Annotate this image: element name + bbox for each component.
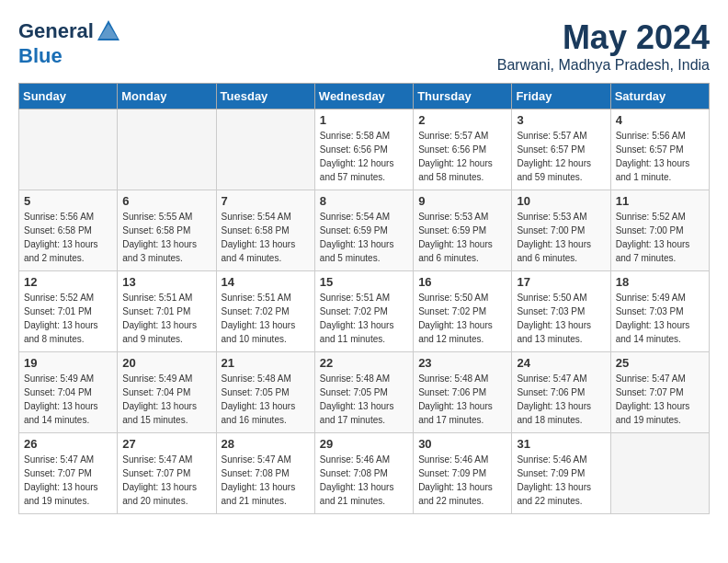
day-number: 1	[320, 113, 408, 127]
page-header: General Blue May 2024 Barwani, Madhya Pr…	[18, 18, 710, 74]
location-title: Barwani, Madhya Pradesh, India	[497, 57, 710, 74]
day-number: 13	[122, 275, 210, 289]
calendar-week-row: 12Sunrise: 5:52 AM Sunset: 7:01 PM Dayli…	[19, 271, 710, 352]
day-info: Sunrise: 5:57 AM Sunset: 6:56 PM Dayligh…	[418, 129, 506, 184]
weekday-header-tuesday: Tuesday	[216, 84, 314, 109]
day-number: 6	[122, 194, 210, 208]
weekday-header-saturday: Saturday	[610, 84, 709, 109]
day-number: 23	[418, 356, 506, 370]
day-info: Sunrise: 5:56 AM Sunset: 6:58 PM Dayligh…	[24, 210, 112, 265]
calendar-cell: 27Sunrise: 5:47 AM Sunset: 7:07 PM Dayli…	[118, 433, 216, 514]
weekday-header-row: SundayMondayTuesdayWednesdayThursdayFrid…	[19, 84, 710, 109]
day-number: 22	[320, 356, 408, 370]
day-number: 21	[222, 356, 310, 370]
calendar-cell: 29Sunrise: 5:46 AM Sunset: 7:08 PM Dayli…	[314, 433, 413, 514]
calendar-cell: 8Sunrise: 5:54 AM Sunset: 6:59 PM Daylig…	[314, 190, 413, 271]
day-info: Sunrise: 5:48 AM Sunset: 7:05 PM Dayligh…	[320, 372, 408, 427]
day-info: Sunrise: 5:49 AM Sunset: 7:04 PM Dayligh…	[24, 372, 112, 427]
calendar-cell: 9Sunrise: 5:53 AM Sunset: 6:59 PM Daylig…	[414, 190, 512, 271]
calendar-cell: 30Sunrise: 5:46 AM Sunset: 7:09 PM Dayli…	[414, 433, 512, 514]
day-number: 5	[24, 194, 112, 208]
day-info: Sunrise: 5:47 AM Sunset: 7:06 PM Dayligh…	[517, 372, 605, 427]
day-info: Sunrise: 5:58 AM Sunset: 6:56 PM Dayligh…	[320, 129, 408, 184]
day-info: Sunrise: 5:50 AM Sunset: 7:03 PM Dayligh…	[517, 291, 605, 346]
calendar-cell: 3Sunrise: 5:57 AM Sunset: 6:57 PM Daylig…	[512, 109, 610, 190]
day-info: Sunrise: 5:47 AM Sunset: 7:07 PM Dayligh…	[122, 453, 210, 508]
svg-marker-1	[99, 24, 118, 39]
logo-general-text: General	[18, 19, 94, 43]
day-info: Sunrise: 5:46 AM Sunset: 7:09 PM Dayligh…	[517, 453, 605, 508]
calendar-week-row: 1Sunrise: 5:58 AM Sunset: 6:56 PM Daylig…	[19, 109, 710, 190]
day-info: Sunrise: 5:52 AM Sunset: 7:00 PM Dayligh…	[616, 210, 704, 265]
day-number: 26	[24, 437, 112, 451]
calendar-cell: 28Sunrise: 5:47 AM Sunset: 7:08 PM Dayli…	[216, 433, 314, 514]
day-info: Sunrise: 5:47 AM Sunset: 7:07 PM Dayligh…	[616, 372, 704, 427]
calendar-table: SundayMondayTuesdayWednesdayThursdayFrid…	[18, 83, 710, 514]
day-info: Sunrise: 5:54 AM Sunset: 6:58 PM Dayligh…	[222, 210, 310, 265]
calendar-cell: 2Sunrise: 5:57 AM Sunset: 6:56 PM Daylig…	[414, 109, 512, 190]
day-info: Sunrise: 5:51 AM Sunset: 7:01 PM Dayligh…	[122, 291, 210, 346]
calendar-cell: 18Sunrise: 5:49 AM Sunset: 7:03 PM Dayli…	[610, 271, 709, 352]
calendar-week-row: 19Sunrise: 5:49 AM Sunset: 7:04 PM Dayli…	[19, 352, 710, 433]
day-number: 19	[24, 356, 112, 370]
day-number: 10	[517, 194, 605, 208]
calendar-cell: 17Sunrise: 5:50 AM Sunset: 7:03 PM Dayli…	[512, 271, 610, 352]
weekday-header-friday: Friday	[512, 84, 610, 109]
calendar-cell: 25Sunrise: 5:47 AM Sunset: 7:07 PM Dayli…	[610, 352, 709, 433]
day-number: 14	[222, 275, 310, 289]
day-number: 3	[517, 113, 605, 127]
logo-icon	[96, 18, 121, 44]
day-number: 16	[418, 275, 506, 289]
day-info: Sunrise: 5:57 AM Sunset: 6:57 PM Dayligh…	[517, 129, 605, 184]
day-number: 4	[616, 113, 704, 127]
day-info: Sunrise: 5:51 AM Sunset: 7:02 PM Dayligh…	[320, 291, 408, 346]
calendar-cell	[610, 433, 709, 514]
day-number: 25	[616, 356, 704, 370]
calendar-cell: 13Sunrise: 5:51 AM Sunset: 7:01 PM Dayli…	[118, 271, 216, 352]
calendar-cell	[216, 109, 314, 190]
calendar-cell: 1Sunrise: 5:58 AM Sunset: 6:56 PM Daylig…	[314, 109, 413, 190]
calendar-cell: 16Sunrise: 5:50 AM Sunset: 7:02 PM Dayli…	[414, 271, 512, 352]
calendar-cell: 5Sunrise: 5:56 AM Sunset: 6:58 PM Daylig…	[19, 190, 118, 271]
calendar-cell: 11Sunrise: 5:52 AM Sunset: 7:00 PM Dayli…	[610, 190, 709, 271]
day-number: 8	[320, 194, 408, 208]
day-info: Sunrise: 5:49 AM Sunset: 7:04 PM Dayligh…	[122, 372, 210, 427]
calendar-cell: 24Sunrise: 5:47 AM Sunset: 7:06 PM Dayli…	[512, 352, 610, 433]
day-number: 27	[122, 437, 210, 451]
day-number: 30	[418, 437, 506, 451]
weekday-header-monday: Monday	[118, 84, 216, 109]
day-number: 17	[517, 275, 605, 289]
logo-blue-text: Blue	[18, 44, 63, 68]
day-info: Sunrise: 5:50 AM Sunset: 7:02 PM Dayligh…	[418, 291, 506, 346]
month-title: May 2024	[497, 18, 710, 57]
calendar-week-row: 5Sunrise: 5:56 AM Sunset: 6:58 PM Daylig…	[19, 190, 710, 271]
calendar-cell: 23Sunrise: 5:48 AM Sunset: 7:06 PM Dayli…	[414, 352, 512, 433]
calendar-week-row: 26Sunrise: 5:47 AM Sunset: 7:07 PM Dayli…	[19, 433, 710, 514]
day-number: 29	[320, 437, 408, 451]
logo: General Blue	[18, 18, 121, 68]
calendar-cell: 7Sunrise: 5:54 AM Sunset: 6:58 PM Daylig…	[216, 190, 314, 271]
day-number: 12	[24, 275, 112, 289]
day-number: 11	[616, 194, 704, 208]
calendar-cell: 12Sunrise: 5:52 AM Sunset: 7:01 PM Dayli…	[19, 271, 118, 352]
calendar-cell: 22Sunrise: 5:48 AM Sunset: 7:05 PM Dayli…	[314, 352, 413, 433]
day-info: Sunrise: 5:56 AM Sunset: 6:57 PM Dayligh…	[616, 129, 704, 184]
day-info: Sunrise: 5:46 AM Sunset: 7:08 PM Dayligh…	[320, 453, 408, 508]
day-number: 7	[222, 194, 310, 208]
weekday-header-thursday: Thursday	[414, 84, 512, 109]
calendar-cell: 26Sunrise: 5:47 AM Sunset: 7:07 PM Dayli…	[19, 433, 118, 514]
calendar-cell	[118, 109, 216, 190]
day-info: Sunrise: 5:52 AM Sunset: 7:01 PM Dayligh…	[24, 291, 112, 346]
calendar-cell: 4Sunrise: 5:56 AM Sunset: 6:57 PM Daylig…	[610, 109, 709, 190]
day-number: 24	[517, 356, 605, 370]
calendar-cell: 31Sunrise: 5:46 AM Sunset: 7:09 PM Dayli…	[512, 433, 610, 514]
day-info: Sunrise: 5:47 AM Sunset: 7:08 PM Dayligh…	[222, 453, 310, 508]
weekday-header-wednesday: Wednesday	[314, 84, 413, 109]
weekday-header-sunday: Sunday	[19, 84, 118, 109]
day-info: Sunrise: 5:51 AM Sunset: 7:02 PM Dayligh…	[222, 291, 310, 346]
day-info: Sunrise: 5:53 AM Sunset: 6:59 PM Dayligh…	[418, 210, 506, 265]
day-number: 18	[616, 275, 704, 289]
day-number: 9	[418, 194, 506, 208]
calendar-cell: 21Sunrise: 5:48 AM Sunset: 7:05 PM Dayli…	[216, 352, 314, 433]
day-info: Sunrise: 5:54 AM Sunset: 6:59 PM Dayligh…	[320, 210, 408, 265]
